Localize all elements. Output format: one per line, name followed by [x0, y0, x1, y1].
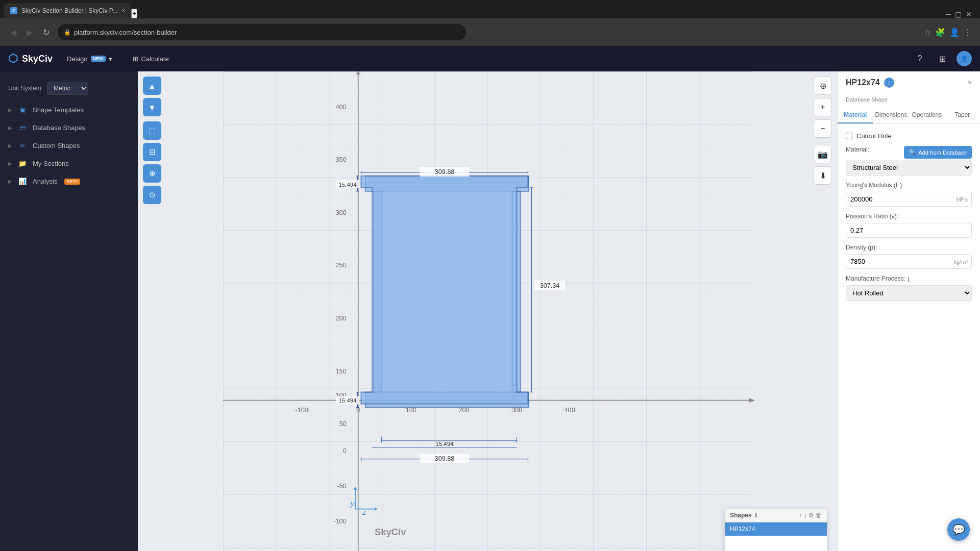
svg-text:15.494: 15.494: [338, 182, 357, 188]
sidebar-item-database-shapes[interactable]: ▶ 🗃 Database Shapes: [0, 119, 138, 137]
back-button[interactable]: ◀: [8, 26, 18, 39]
shape-item-hp12x74[interactable]: HP12x74: [725, 522, 827, 536]
manufacture-info-icon[interactable]: ℹ: [908, 277, 910, 283]
sidebar-item-shape-templates[interactable]: ▶ ▣ Shape Templates: [0, 101, 138, 119]
unit-system-select[interactable]: Metric Imperial: [47, 82, 88, 95]
panel-close-button[interactable]: ×: [968, 79, 972, 87]
youngs-modulus-field: Young's Modulus (E): MPa: [846, 182, 972, 207]
extensions-btn[interactable]: 🧩: [935, 28, 945, 37]
zoom-fit-btn[interactable]: ⊕: [814, 77, 832, 95]
shape-delete-btn[interactable]: 🗑: [816, 512, 822, 519]
tool-measure[interactable]: ⊟: [143, 143, 161, 161]
svg-text:309.88: 309.88: [435, 168, 455, 176]
svg-text:-100: -100: [333, 518, 346, 525]
right-panel: HP12x74 i × Database Shape Material Dime…: [837, 71, 980, 551]
chat-button[interactable]: 💬: [947, 518, 970, 541]
canvas-area: ▲ ▼ ⬚ ⊟ ⊕ ⊙ ⊕ + − 📷 ⬇: [138, 71, 837, 551]
tool-settings[interactable]: ⊙: [143, 186, 161, 204]
material-select[interactable]: Structural Steel Aluminum Concrete: [846, 160, 972, 176]
sidebar-item-custom-shapes[interactable]: ▶ ✏ Custom Shapes: [0, 137, 138, 155]
svg-text:150: 150: [336, 368, 347, 375]
shape-templates-label: Shape Templates: [33, 106, 84, 114]
tool-zoom-out[interactable]: ▼: [143, 98, 161, 116]
custom-shapes-icon: ✏: [17, 142, 28, 149]
profile-btn[interactable]: 👤: [949, 28, 960, 37]
shapes-info-icon[interactable]: ℹ: [755, 512, 757, 519]
calculate-button[interactable]: ⊞ Calculate: [127, 52, 175, 66]
grid-icon-btn[interactable]: ⊞: [934, 51, 950, 67]
density-input[interactable]: [846, 254, 972, 269]
tab-material[interactable]: Material: [838, 107, 873, 123]
user-avatar[interactable]: 👤: [957, 51, 972, 66]
menu-btn[interactable]: ⋮: [964, 28, 972, 37]
sidebar: Unit System: Metric Imperial ▶ ▣ Shape T…: [0, 71, 138, 551]
shapes-panel-title: Shapes: [730, 512, 752, 519]
camera-btn[interactable]: 📷: [814, 145, 832, 163]
tab-close-btn[interactable]: ×: [121, 7, 125, 14]
shape-move-up-btn[interactable]: ↑: [799, 512, 802, 519]
window-close[interactable]: ✕: [966, 10, 972, 18]
manufacture-label: Manufacture Process:: [846, 275, 905, 282]
svg-text:SkyCiv: SkyCiv: [375, 527, 406, 537]
tab-taper[interactable]: Taper: [945, 107, 980, 123]
reload-button[interactable]: ↻: [41, 26, 52, 39]
forward-button[interactable]: ▶: [24, 26, 35, 39]
svg-text:350: 350: [336, 156, 347, 163]
tool-point[interactable]: ⊕: [143, 164, 161, 183]
svg-text:15.494: 15.494: [338, 397, 357, 404]
browser-tabs: S SkyCiv Section Builder | SkyCiv P... ×…: [0, 0, 980, 18]
svg-text:400: 400: [565, 407, 575, 414]
sidebar-item-analysis[interactable]: ▶ 📊 Analysis BETA: [0, 172, 138, 190]
active-tab[interactable]: S SkyCiv Section Builder | SkyCiv P... ×: [4, 3, 131, 18]
svg-text:-100: -100: [296, 407, 308, 414]
calculate-label: Calculate: [141, 55, 169, 63]
svg-text:-50: -50: [337, 483, 346, 490]
cutout-hole-row: Cutout Hole: [846, 132, 972, 140]
logo-text: SkyCiv: [22, 54, 53, 64]
tab-favicon: S: [10, 7, 17, 14]
browser-address-bar: ◀ ▶ ↻ 🔒 platform.skyciv.com/section-buil…: [0, 18, 980, 46]
panel-info-dot[interactable]: i: [884, 78, 894, 88]
unit-system-row: Unit System: Metric Imperial: [0, 78, 138, 101]
window-minimize[interactable]: ─: [946, 10, 951, 18]
zoom-in-btn[interactable]: +: [814, 98, 832, 116]
density-label: Density (p):: [846, 244, 972, 251]
logo-icon: ⬡: [8, 52, 18, 65]
canvas-toolbar: ▲ ▼ ⬚ ⊟ ⊕ ⊙: [143, 77, 161, 204]
arrow-icon: ▶: [8, 143, 12, 148]
download-btn[interactable]: ⬇: [814, 166, 832, 185]
shapes-panel: Shapes ℹ ↑ ↓ ⧉ 🗑 HP12x74: [725, 509, 827, 551]
tab-operations[interactable]: Operations: [909, 107, 944, 123]
youngs-unit: MPa: [956, 196, 968, 203]
shape-copy-btn[interactable]: ⧉: [809, 512, 814, 519]
address-input[interactable]: 🔒 platform.skyciv.com/section-builder: [58, 24, 466, 40]
poissons-ratio-field: Poisson's Ratio (v):: [846, 213, 972, 238]
zoom-out-btn[interactable]: −: [814, 119, 832, 138]
material-label-row: Material: 🔍 Add from Database: [846, 146, 972, 159]
help-icon-btn[interactable]: ?: [912, 51, 928, 67]
arrow-icon: ▶: [8, 107, 12, 113]
analysis-label: Analysis: [33, 178, 57, 185]
tool-zoom-in[interactable]: ▲: [143, 77, 161, 95]
svg-text:0: 0: [343, 447, 347, 455]
new-tab-button[interactable]: +: [131, 9, 137, 18]
browser-chrome: S SkyCiv Section Builder | SkyCiv P... ×…: [0, 0, 980, 46]
tool-select[interactable]: ⬚: [143, 121, 161, 140]
cutout-hole-checkbox[interactable]: [846, 133, 852, 139]
poissons-ratio-input[interactable]: [846, 223, 972, 238]
tab-dimensions[interactable]: Dimensions: [873, 107, 909, 123]
svg-text:309.88: 309.88: [435, 455, 455, 462]
sidebar-item-my-sections[interactable]: ▶ 📁 My Sections: [0, 155, 138, 172]
window-maximize[interactable]: ▢: [955, 10, 962, 18]
browser-actions: ☆ 🧩 👤 ⋮: [924, 28, 972, 37]
add-from-db-button[interactable]: 🔍 Add from Database: [904, 146, 972, 159]
bookmark-btn[interactable]: ☆: [924, 28, 931, 37]
design-chevron: ▾: [109, 55, 112, 63]
youngs-modulus-input[interactable]: [846, 192, 972, 207]
design-badge: NEW: [91, 56, 106, 62]
manufacture-process-select[interactable]: Hot Rolled Cold Formed Welded: [846, 285, 972, 301]
calculate-icon: ⊞: [133, 55, 138, 63]
panel-subtitle: Database Shape: [838, 94, 980, 107]
shape-move-down-btn[interactable]: ↓: [804, 512, 807, 519]
design-button[interactable]: Design NEW ▾: [61, 52, 118, 66]
